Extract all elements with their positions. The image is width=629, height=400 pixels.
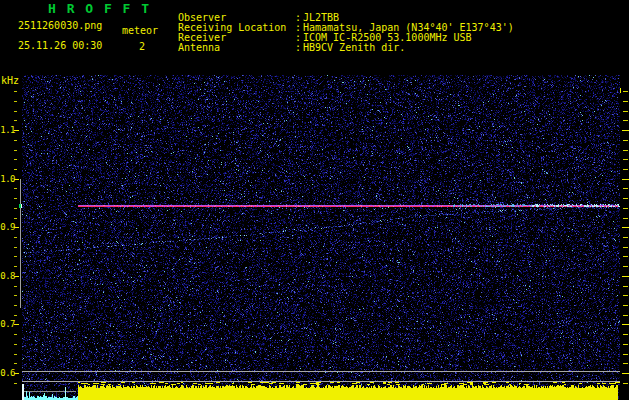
freq-major-tick-right (622, 179, 629, 180)
freq-minor-tick-left (14, 334, 17, 335)
freq-minor-tick-right (623, 266, 628, 267)
freq-minor-tick-left (14, 286, 17, 287)
freq-minor-tick-right (623, 247, 628, 248)
frame-datetime: 25.11.26 00:30 (18, 41, 102, 51)
info-value: HB9CV Zenith dir. (303, 42, 405, 53)
freq-minor-tick-left (14, 188, 17, 189)
info-colon: : (295, 43, 303, 53)
freq-minor-tick-right (623, 91, 628, 92)
freq-minor-tick-right (623, 188, 628, 189)
freq-minor-tick-right (623, 363, 628, 364)
spectrogram-canvas (22, 75, 620, 400)
freq-minor-tick-left (14, 159, 17, 160)
freq-minor-tick-right (623, 334, 628, 335)
freq-minor-tick-left (14, 111, 17, 112)
freq-minor-tick-right (623, 198, 628, 199)
freq-minor-tick-left (14, 363, 17, 364)
freq-major-tick-left (14, 276, 19, 277)
freq-minor-tick-right (623, 315, 628, 316)
freq-minor-tick-right (623, 218, 628, 219)
output-filename: 2511260030.png (18, 21, 102, 31)
freq-minor-tick-left (14, 169, 17, 170)
info-row: Receiver:ICOM IC-R2500 53.1000MHz USB (178, 26, 514, 36)
freq-minor-tick-left (14, 315, 17, 316)
freq-major-tick-left (14, 130, 19, 131)
freq-minor-tick-left (14, 150, 17, 151)
freq-minor-tick-right (623, 120, 628, 121)
freq-minor-tick-left (14, 295, 17, 296)
freq-minor-tick-left (14, 383, 17, 384)
freq-major-tick-left (14, 179, 19, 180)
freq-major-tick-left (14, 324, 19, 325)
gray-reference-bar (20, 179, 21, 308)
freq-minor-tick-left (14, 91, 17, 92)
freq-minor-tick-right (623, 169, 628, 170)
freq-minor-tick-left (14, 198, 17, 199)
station-info: Observer:JL2TBBReceiving Location:Hamama… (178, 6, 514, 46)
freq-minor-tick-right (623, 159, 628, 160)
freq-minor-tick-right (623, 150, 628, 151)
freq-minor-tick-left (14, 120, 17, 121)
freq-minor-tick-right (623, 383, 628, 384)
freq-minor-tick-right (623, 208, 628, 209)
freq-tick-label: 1.1 (0, 126, 15, 135)
freq-minor-tick-left (14, 237, 17, 238)
app-title: H R O F F T (48, 2, 151, 15)
freq-minor-tick-left (14, 140, 17, 141)
freq-major-tick-right (622, 130, 629, 131)
freq-minor-tick-left (14, 354, 17, 355)
freq-minor-tick-right (623, 305, 628, 306)
freq-minor-tick-right (623, 256, 628, 257)
mode-label: meteor (122, 26, 158, 36)
freq-minor-tick-left (14, 218, 17, 219)
freq-minor-tick-right (623, 101, 628, 102)
freq-major-tick-right (622, 373, 629, 374)
freq-minor-tick-right (623, 286, 628, 287)
freq-minor-tick-right (623, 140, 628, 141)
freq-minor-tick-right (623, 237, 628, 238)
freq-major-tick-right (622, 227, 629, 228)
freq-minor-tick-right (623, 354, 628, 355)
info-row: Observer:JL2TBB (178, 6, 514, 16)
info-label: Antenna (178, 43, 295, 53)
freq-minor-tick-left (14, 266, 17, 267)
info-row: Receiving Location:Hamamatsu, Japan (N34… (178, 16, 514, 26)
freq-axis-unit: kHz (1, 76, 19, 86)
freq-minor-tick-left (14, 305, 17, 306)
freq-minor-tick-left (14, 344, 17, 345)
freq-minor-tick-left (14, 208, 17, 209)
freq-minor-tick-left (14, 101, 17, 102)
freq-tick-label: 0.6 (0, 369, 15, 378)
freq-major-tick-right (622, 324, 629, 325)
freq-major-tick-left (14, 227, 19, 228)
hrofft-window: H R O F F T 2511260030.png meteor 25.11.… (0, 0, 629, 400)
freq-minor-tick-right (623, 295, 628, 296)
freq-minor-tick-right (623, 111, 628, 112)
freq-major-tick-left (14, 373, 19, 374)
freq-major-tick-right (622, 276, 629, 277)
freq-minor-tick-left (14, 247, 17, 248)
freq-tick-label: 1.0 (0, 175, 15, 184)
freq-tick-label: 0.7 (0, 320, 15, 329)
echo-count: 2 (130, 42, 154, 52)
freq-tick-label: 0.9 (0, 223, 15, 232)
freq-minor-tick-right (623, 344, 628, 345)
freq-minor-tick-left (14, 256, 17, 257)
freq-tick-label: 0.8 (0, 272, 15, 281)
